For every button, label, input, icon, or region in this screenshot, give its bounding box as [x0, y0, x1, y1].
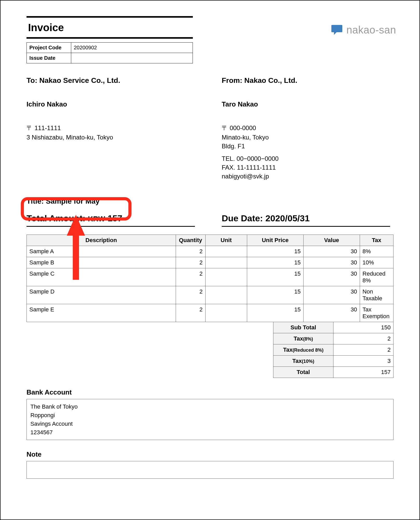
table-row: Tax(10%) 3 [273, 356, 393, 367]
cell-unit-price: 15 [247, 257, 303, 268]
cell-description: Sample C [27, 268, 176, 286]
account-number: 1234567 [30, 428, 390, 437]
cell-value: 30 [303, 286, 360, 304]
cell-description: Sample D [27, 286, 176, 304]
subtotal-label: Sub Total [273, 322, 333, 333]
table-row: Sample D21530Non Taxable [27, 286, 393, 304]
brand-logo: nakao-san [331, 24, 396, 36]
total-amount-block: Total Amount: KRW 157 [27, 213, 198, 227]
cell-tax: 10% [360, 257, 393, 268]
cell-description: Sample B [27, 257, 176, 268]
recipient-postal: 〒 111-1111 [27, 124, 198, 132]
meta-issue-date-label: Issue Date [27, 53, 71, 63]
cell-unit-price: 15 [247, 268, 303, 286]
col-unit-price: Unit Price [247, 235, 303, 246]
cell-tax: 8% [360, 246, 393, 257]
table-row: Tax(8%) 2 [273, 333, 393, 344]
speech-bubble-icon [331, 24, 343, 36]
col-quantity: Quantity [176, 235, 205, 246]
account-type: Savings Account [30, 419, 390, 428]
note-box [27, 461, 393, 479]
cell-unit [205, 246, 247, 257]
sender-heading: From: Nakao Co., Ltd. [222, 76, 393, 85]
sender-block: From: Nakao Co., Ltd. Taro Nakao 〒 000-0… [222, 76, 393, 182]
cell-quantity: 2 [176, 286, 205, 304]
cell-unit-price: 15 [247, 246, 303, 257]
bank-account-box: The Bank of Tokyo Roppongi Savings Accou… [27, 399, 393, 440]
invoice-page: nakao-san Invoice Project Code 20200902 … [0, 0, 420, 520]
col-tax: Tax [360, 235, 393, 246]
recipient-name: Ichiro Nakao [27, 100, 198, 108]
meta-issue-date-value [71, 53, 193, 63]
line-items-table: Description Quantity Unit Unit Price Val… [27, 235, 393, 322]
cell-unit-price: 15 [247, 304, 303, 322]
due-date-block: Due Date: 2020/05/31 [222, 213, 393, 227]
tax10-value: 3 [333, 356, 393, 367]
table-row: Sub Total 150 [273, 322, 393, 333]
brand-name: nakao-san [346, 24, 396, 36]
table-row: Sample E21530Tax Exemption [27, 304, 393, 322]
sender-name: Taro Nakao [222, 100, 393, 108]
table-row: Issue Date [27, 53, 193, 63]
cell-tax: Non Taxable [360, 286, 393, 304]
subject-value: Sample for May [46, 197, 100, 205]
tax10-label: Tax(10%) [273, 356, 333, 367]
total-amount-label: Total Amount: [27, 213, 88, 223]
cell-value: 30 [303, 246, 360, 257]
col-unit: Unit [205, 235, 247, 246]
total-amount-value: 157 [108, 213, 122, 223]
note-heading: Note [27, 450, 393, 458]
sender-tel: TEL. 00−0000−0000 [222, 155, 393, 162]
cell-unit [205, 268, 247, 286]
cell-quantity: 2 [176, 304, 205, 322]
cell-value: 30 [303, 304, 360, 322]
document-title: Invoice [27, 18, 193, 37]
cell-description: Sample A [27, 246, 176, 257]
table-row: Total 157 [273, 367, 393, 378]
sender-email: nabigyoti@svk.jp [222, 173, 393, 180]
meta-project-code-value: 20200902 [71, 43, 193, 53]
recipient-block: To: Nakao Service Co., Ltd. Ichiro Nakao… [27, 76, 198, 182]
col-description: Description [27, 235, 176, 246]
recipient-address: 3 Nishiazabu, Minato-ku, Tokyo [27, 134, 198, 141]
meta-table: Project Code 20200902 Issue Date [27, 42, 193, 63]
table-row: Tax(Reduced 8%) 2 [273, 344, 393, 356]
cell-unit [205, 304, 247, 322]
note-section: Note [27, 450, 393, 479]
title-block: Invoice [27, 16, 193, 39]
cell-tax: Reduced 8% [360, 268, 393, 286]
bank-name: The Bank of Tokyo [30, 402, 390, 411]
table-row: Sample C21530Reduced 8% [27, 268, 393, 286]
table-row: Project Code 20200902 [27, 43, 193, 53]
table-row: Sample B2153010% [27, 257, 393, 268]
col-value: Value [303, 235, 360, 246]
subject-label: Title: [27, 197, 46, 205]
cell-unit-price: 15 [247, 286, 303, 304]
cell-tax: Tax Exemption [360, 304, 393, 322]
bank-branch: Roppongi [30, 411, 390, 419]
taxr8-label: Tax(Reduced 8%) [273, 344, 333, 356]
table-header-row: Description Quantity Unit Unit Price Val… [27, 235, 393, 246]
table-row: Sample A215308% [27, 246, 393, 257]
taxr8-value: 2 [333, 344, 393, 356]
cell-unit [205, 286, 247, 304]
subtotal-value: 150 [333, 322, 393, 333]
cell-quantity: 2 [176, 268, 205, 286]
parties-row: To: Nakao Service Co., Ltd. Ichiro Nakao… [27, 76, 393, 182]
cell-unit [205, 257, 247, 268]
invoice-subject: Title: Sample for May [27, 197, 393, 205]
currency-code: KRW [88, 215, 105, 223]
bank-account-heading: Bank Account [27, 388, 393, 396]
cell-description: Sample E [27, 304, 176, 322]
grand-total-label: Total [273, 367, 333, 378]
recipient-heading: To: Nakao Service Co., Ltd. [27, 76, 198, 85]
sender-fax: FAX. 11-1111-1111 [222, 164, 393, 171]
cell-value: 30 [303, 268, 360, 286]
bank-account-section: Bank Account The Bank of Tokyo Roppongi … [27, 388, 393, 440]
due-date-value: 2020/05/31 [265, 213, 310, 223]
tax8-value: 2 [333, 333, 393, 344]
cell-value: 30 [303, 257, 360, 268]
sender-postal: 〒 000-0000 [222, 124, 393, 132]
summary-row: Total Amount: KRW 157 Due Date: 2020/05/… [27, 213, 393, 227]
sender-address-1: Minato-ku, Tokyo [222, 134, 393, 141]
